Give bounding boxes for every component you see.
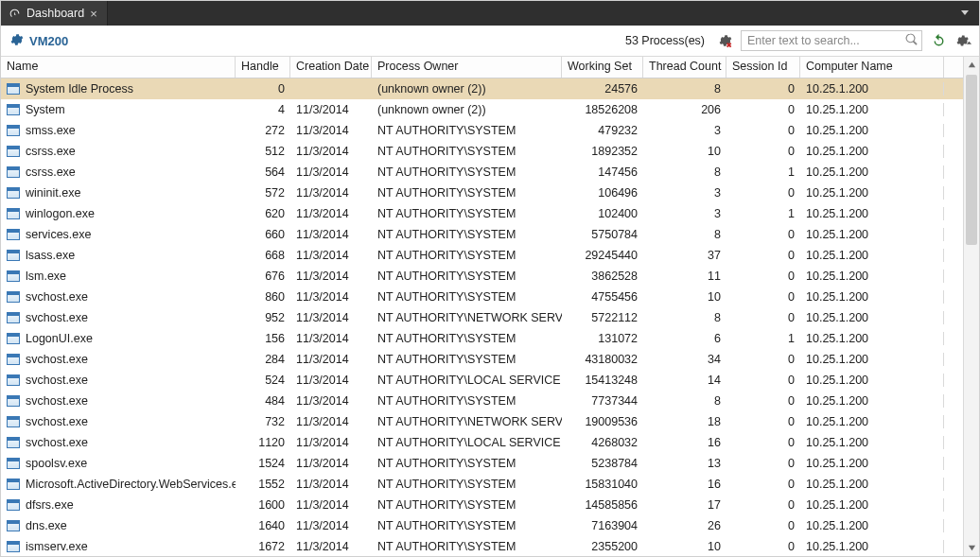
cell-session-id: 0: [726, 249, 800, 262]
cell-thread-count: 3: [643, 186, 726, 200]
process-icon: [7, 125, 20, 136]
cell-date: 11/3/2014: [290, 353, 372, 366]
table-row[interactable]: svchost.exe73211/3/2014NT AUTHORITY\NETW…: [1, 411, 963, 432]
process-icon: [7, 250, 20, 261]
cell-owner: (unknown owner (2)): [372, 82, 562, 96]
cell-working-set: 106496: [562, 186, 643, 200]
col-session-id[interactable]: Session Id: [726, 57, 800, 78]
cell-name: spoolsv.exe: [26, 457, 87, 470]
tabbar-dropdown-icon[interactable]: [956, 7, 973, 20]
gear-delete-icon[interactable]: [716, 32, 733, 49]
cell-handle: 564: [236, 165, 290, 179]
cell-handle: 1120: [236, 436, 290, 449]
col-name[interactable]: Name: [1, 57, 236, 78]
cell-computer-name: 10.25.1.200: [800, 540, 944, 553]
table-row[interactable]: spoolsv.exe152411/3/2014NT AUTHORITY\SYS…: [1, 453, 963, 474]
table-row[interactable]: svchost.exe52411/3/2014NT AUTHORITY\LOCA…: [1, 370, 963, 391]
table-row[interactable]: lsass.exe66811/3/2014NT AUTHORITY\SYSTEM…: [1, 245, 963, 266]
cell-working-set: 15413248: [562, 374, 643, 387]
table-row[interactable]: csrss.exe56411/3/2014NT AUTHORITY\SYSTEM…: [1, 162, 963, 183]
cell-date: 11/3/2014: [290, 124, 372, 137]
cell-session-id: 0: [726, 290, 800, 304]
table-row[interactable]: svchost.exe48411/3/2014NT AUTHORITY\SYST…: [1, 391, 963, 411]
table-row[interactable]: svchost.exe28411/3/2014NT AUTHORITY\SYST…: [1, 349, 963, 370]
cell-thread-count: 8: [643, 82, 726, 96]
col-working-set[interactable]: Working Set: [562, 57, 643, 78]
table-row[interactable]: smss.exe27211/3/2014NT AUTHORITY\SYSTEM4…: [1, 120, 963, 141]
cell-thread-count: 37: [643, 249, 726, 262]
tab-dashboard[interactable]: Dashboard ×: [1, 1, 108, 26]
cell-handle: 272: [236, 124, 290, 137]
table-row[interactable]: System411/3/2014(unknown owner (2))18526…: [1, 99, 963, 120]
cell-working-set: 147456: [562, 165, 643, 179]
scroll-track[interactable]: [964, 73, 979, 540]
cell-session-id: 0: [726, 311, 800, 324]
cell-session-id: 1: [726, 207, 800, 220]
cell-computer-name: 10.25.1.200: [800, 186, 944, 200]
search-input-wrap[interactable]: [741, 30, 922, 51]
cell-thread-count: 8: [643, 228, 726, 241]
table-row[interactable]: lsm.exe67611/3/2014NT AUTHORITY\SYSTEM38…: [1, 266, 963, 287]
cell-working-set: 19009536: [562, 415, 643, 428]
cell-owner: NT AUTHORITY\SYSTEM: [372, 186, 562, 200]
table-row[interactable]: svchost.exe86011/3/2014NT AUTHORITY\SYST…: [1, 287, 963, 307]
table-row[interactable]: wininit.exe57211/3/2014NT AUTHORITY\SYST…: [1, 183, 963, 203]
col-creation-date[interactable]: Creation Date: [290, 57, 372, 78]
cell-name: svchost.exe: [26, 436, 88, 449]
cell-handle: 1552: [236, 478, 290, 491]
table-row[interactable]: System Idle Process0(unknown owner (2))2…: [1, 78, 963, 99]
cell-name: wininit.exe: [26, 186, 80, 200]
scroll-thumb[interactable]: [966, 75, 977, 245]
cell-computer-name: 10.25.1.200: [800, 228, 944, 241]
scroll-up-icon[interactable]: [964, 57, 979, 73]
cell-owner: NT AUTHORITY\NETWORK SERVICE: [372, 415, 562, 428]
col-process-owner[interactable]: Process Owner: [372, 57, 562, 78]
col-thread-count[interactable]: Thread Count: [643, 57, 726, 78]
cell-session-id: 0: [726, 270, 800, 283]
search-icon[interactable]: [905, 33, 918, 48]
scroll-down-icon[interactable]: [964, 540, 979, 556]
cell-computer-name: 10.25.1.200: [800, 165, 944, 179]
col-computer-name[interactable]: Computer Name: [800, 57, 944, 78]
close-icon[interactable]: ×: [90, 8, 97, 20]
cell-owner: NT AUTHORITY\SYSTEM: [372, 540, 562, 553]
cell-thread-count: 3: [643, 124, 726, 137]
search-input[interactable]: [747, 34, 905, 47]
cell-working-set: 102400: [562, 207, 643, 220]
cell-date: 11/3/2014: [290, 394, 372, 408]
cell-owner: NT AUTHORITY\SYSTEM: [372, 207, 562, 220]
table-row[interactable]: winlogon.exe62011/3/2014NT AUTHORITY\SYS…: [1, 203, 963, 224]
cell-date: 11/3/2014: [290, 540, 372, 553]
table-row[interactable]: svchost.exe112011/3/2014NT AUTHORITY\LOC…: [1, 432, 963, 453]
cell-name: dns.exe: [26, 519, 67, 532]
cell-thread-count: 13: [643, 457, 726, 470]
refresh-icon[interactable]: [930, 32, 947, 49]
cell-session-id: 0: [726, 478, 800, 491]
process-icon: [7, 229, 20, 240]
cell-owner: NT AUTHORITY\SYSTEM: [372, 332, 562, 345]
cell-date: 11/3/2014: [290, 332, 372, 345]
vertical-scrollbar[interactable]: [963, 57, 979, 556]
table-row[interactable]: Microsoft.ActiveDirectory.WebServices.ex…: [1, 474, 963, 495]
cell-name: smss.exe: [26, 124, 76, 137]
cell-handle: 1672: [236, 540, 290, 553]
table-row[interactable]: ismserv.exe167211/3/2014NT AUTHORITY\SYS…: [1, 536, 963, 556]
table-row[interactable]: csrss.exe51211/3/2014NT AUTHORITY\SYSTEM…: [1, 141, 963, 162]
cell-thread-count: 16: [643, 478, 726, 491]
table-row[interactable]: dns.exe164011/3/2014NT AUTHORITY\SYSTEM7…: [1, 515, 963, 536]
table-row[interactable]: dfsrs.exe160011/3/2014NT AUTHORITY\SYSTE…: [1, 495, 963, 515]
process-icon: [7, 416, 20, 427]
cell-computer-name: 10.25.1.200: [800, 332, 944, 345]
col-handle[interactable]: Handle: [236, 57, 290, 78]
cell-handle: 512: [236, 145, 290, 158]
process-icon: [7, 437, 20, 448]
table-row[interactable]: svchost.exe95211/3/2014NT AUTHORITY\NETW…: [1, 307, 963, 328]
cell-name: svchost.exe: [26, 374, 88, 387]
table-row[interactable]: services.exe66011/3/2014NT AUTHORITY\SYS…: [1, 224, 963, 245]
settings-dropdown-icon[interactable]: [954, 32, 971, 49]
cell-computer-name: 10.25.1.200: [800, 270, 944, 283]
table-row[interactable]: LogonUI.exe15611/3/2014NT AUTHORITY\SYST…: [1, 328, 963, 349]
process-icon: [7, 187, 20, 199]
cell-owner: NT AUTHORITY\SYSTEM: [372, 124, 562, 137]
cell-thread-count: 6: [643, 332, 726, 345]
